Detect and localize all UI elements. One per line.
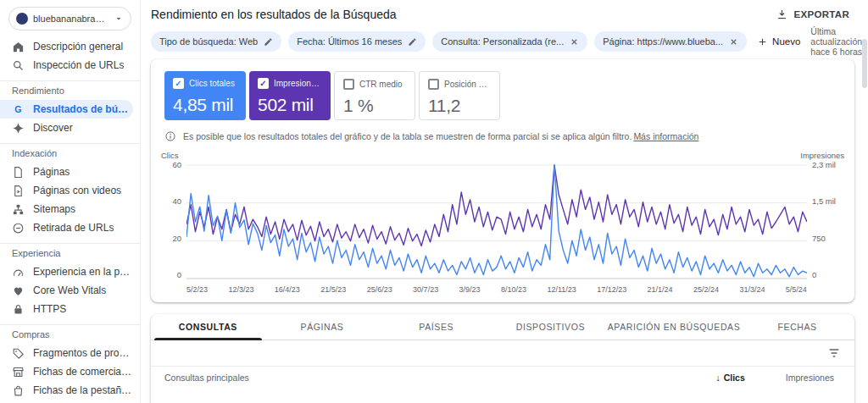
metric-label: Clics totales xyxy=(189,79,235,88)
sidebar-item-label: Core Web Vitals xyxy=(33,284,106,296)
performance-panel: Clics totales4,85 milImpresiones total..… xyxy=(151,59,854,302)
y-tick-left: 0 xyxy=(177,271,181,279)
section-title-rendimiento: Rendimiento xyxy=(0,86,140,100)
performance-chart: Clics Impresiones 6040200 2,3 mil1,5 mil… xyxy=(151,144,854,302)
search-icon xyxy=(12,59,25,72)
sidebar-item-label: Fragmentos de productos xyxy=(33,347,133,359)
close-icon[interactable] xyxy=(570,37,579,47)
sidebar-item-https[interactable]: HTTPS xyxy=(0,300,133,318)
sidebar-nav: Descripción generalInspección de URLsRen… xyxy=(0,37,140,400)
tab-aparicion-en-busquedas[interactable]: APARICIÓN EN BÚSQUEDAS xyxy=(608,314,741,340)
export-button[interactable]: EXPORTAR xyxy=(771,5,854,25)
metric-card-posicion-media[interactable]: Posición media11,2 xyxy=(419,71,500,120)
scrollbar[interactable] xyxy=(862,39,867,88)
y-axis-left: 6040200 xyxy=(159,163,186,281)
home-icon xyxy=(12,41,25,53)
sidebar-item-inspeccion-de-urls[interactable]: Inspección de URLs xyxy=(0,56,133,75)
x-tick: 16/4/23 xyxy=(275,285,300,294)
metric-card-impresiones-total[interactable]: Impresiones total...502 mil xyxy=(249,71,331,120)
sidebar-item-experiencia-en-la-pagina[interactable]: Experiencia en la página xyxy=(0,262,133,281)
filter-chip-fecha[interactable]: Fecha: Últimos 16 meses xyxy=(288,31,426,52)
sitemap-icon xyxy=(12,203,25,216)
section-title-compras: Compras xyxy=(0,329,140,344)
sidebar-item-paginas[interactable]: Páginas xyxy=(0,163,133,181)
top-bar: Rendimiento en los resultados de la Búsq… xyxy=(151,0,854,29)
metric-checkbox[interactable] xyxy=(173,78,184,89)
y-tick-right: 750 xyxy=(812,235,826,243)
x-tick: 5/2/23 xyxy=(186,285,208,294)
sidebar-item-label: Retirada de URLs xyxy=(33,222,114,234)
x-axis: 5/2/2312/3/2316/4/2321/5/2325/6/2330/7/2… xyxy=(159,281,846,295)
pencil-icon[interactable] xyxy=(264,37,273,47)
x-tick: 25/2/24 xyxy=(693,285,719,294)
metric-card-ctr-medio[interactable]: CTR medio1 % xyxy=(334,71,415,120)
sidebar-item-label: Páginas con videos xyxy=(33,185,121,196)
sidebar: bluebananabrand.c... Descripción general… xyxy=(0,0,141,403)
sidebar-item-core-web-vitals[interactable]: Core Web Vitals xyxy=(0,281,133,300)
chip-label: Página: https://www.blueba... xyxy=(603,36,723,47)
new-filter-button[interactable]: Nuevo xyxy=(754,35,804,49)
plus-icon xyxy=(757,36,768,47)
product-tag-icon xyxy=(12,347,25,360)
metric-value: 4,85 mil xyxy=(173,95,237,115)
property-selector[interactable]: bluebananabrand.c... xyxy=(8,7,131,30)
x-tick: 5/5/24 xyxy=(786,285,807,294)
filter-chip-consulta[interactable]: Consulta: Personalizada (re... xyxy=(432,31,587,52)
sidebar-item-discover[interactable]: Discover xyxy=(0,119,133,137)
lock-icon xyxy=(12,303,25,316)
table-header-row: Consultas principales ↓ Clics Impresione… xyxy=(151,366,854,389)
sidebar-item-paginas-con-videos[interactable]: Páginas con videos xyxy=(0,181,133,200)
x-tick: 8/10/23 xyxy=(501,285,526,294)
google-g-icon: G xyxy=(12,103,25,116)
sidebar-item-fichas-de-la-pestana-sh[interactable]: Fichas de la pestaña Sh... xyxy=(0,381,133,400)
table-toolbar xyxy=(151,340,854,366)
right-axis-title: Impresiones xyxy=(800,151,844,160)
sidebar-item-fragmentos-de-productos[interactable]: Fragmentos de productos xyxy=(0,344,133,362)
page-icon xyxy=(12,166,25,179)
metric-card-clics-totales[interactable]: Clics totales4,85 mil xyxy=(164,71,246,120)
filter-chip-tipo-de-busqueda[interactable]: Tipo de búsqueda: Web xyxy=(151,31,281,52)
sidebar-item-resultados-de-busqueda[interactable]: GResultados de búsqueda xyxy=(0,100,133,119)
x-tick: 30/7/23 xyxy=(413,285,438,294)
tab-consultas[interactable]: CONSULTAS xyxy=(151,314,265,340)
metric-checkbox[interactable] xyxy=(258,78,269,89)
metric-checkbox[interactable] xyxy=(428,79,439,90)
sidebar-item-label: HTTPS xyxy=(33,303,66,315)
clicks-column-header[interactable]: ↓ Clics xyxy=(715,373,744,383)
learn-more-link[interactable]: Más información xyxy=(633,131,698,141)
close-icon[interactable] xyxy=(729,37,738,47)
impressions-column-header[interactable]: Impresiones xyxy=(786,373,834,383)
metric-cards: Clics totales4,85 milImpresiones total..… xyxy=(151,59,854,120)
sidebar-item-label: Inspección de URLs xyxy=(33,59,124,71)
app: bluebananabrand.c... Descripción general… xyxy=(0,0,868,403)
page-title: Rendimiento en los resultados de la Búsq… xyxy=(151,8,397,21)
info-icon xyxy=(164,130,176,142)
last-update-text: Última actualización: hace 6 horas xyxy=(810,26,865,57)
remove-url-icon xyxy=(12,222,25,235)
left-axis-title: Clics xyxy=(161,151,179,160)
chart-svg xyxy=(186,163,807,281)
sort-down-icon: ↓ xyxy=(715,373,720,383)
filter-list-icon[interactable] xyxy=(827,346,841,360)
tab-paginas[interactable]: PÁGINAS xyxy=(265,314,380,340)
chart-plot xyxy=(186,163,807,281)
sidebar-item-fichas-de-comerciantes[interactable]: Fichas de comerciantes xyxy=(0,362,133,381)
export-label: EXPORTAR xyxy=(794,9,849,19)
core-web-vitals-icon xyxy=(12,284,25,297)
tab-dispositivos[interactable]: DISPOSITIVOS xyxy=(493,314,608,340)
filter-chip-pagina[interactable]: Página: https://www.blueba... xyxy=(594,31,747,52)
metric-checkbox[interactable] xyxy=(343,79,354,90)
video-page-icon xyxy=(12,185,25,197)
sidebar-item-retirada-de-urls[interactable]: Retirada de URLs xyxy=(0,218,133,237)
chart-body: 6040200 2,3 mil1,5 mil7500 xyxy=(159,163,846,281)
pencil-icon[interactable] xyxy=(408,37,417,47)
sidebar-item-sitemaps[interactable]: Sitemaps xyxy=(0,200,133,218)
tab-paises[interactable]: PAÍSES xyxy=(379,314,493,340)
sidebar-item-descripcion-general[interactable]: Descripción general xyxy=(0,37,133,56)
chart-axis-titles: Clics Impresiones xyxy=(159,151,846,163)
chip-label: Fecha: Últimos 16 meses xyxy=(297,36,402,47)
metric-label: Posición media xyxy=(444,80,491,89)
sidebar-item-label: Páginas xyxy=(33,166,70,178)
sidebar-item-label: Sitemaps xyxy=(33,203,75,215)
tab-fechas[interactable]: FECHAS xyxy=(740,314,854,340)
